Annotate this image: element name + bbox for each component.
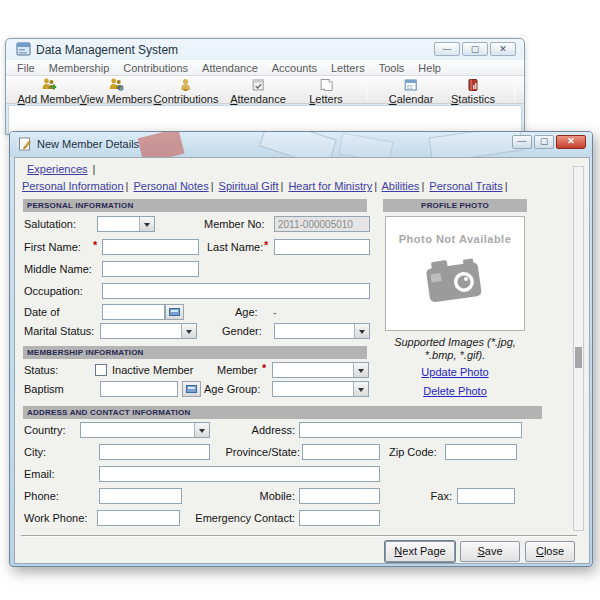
fax-label: Fax: (424, 490, 452, 502)
button-separator (21, 535, 577, 537)
tab-spiritual-gift[interactable]: Spiritual Gift (219, 180, 279, 192)
age-group-select[interactable] (272, 381, 369, 397)
first-name-field[interactable] (102, 239, 199, 255)
date-of-birth-field[interactable] (102, 304, 165, 320)
age-label: Age: (235, 306, 258, 318)
chevron-down-icon[interactable] (194, 423, 209, 437)
save-button[interactable]: Save (460, 541, 520, 562)
toolbar-label: View Members (80, 93, 153, 105)
mobile-label: Mobile: (249, 490, 295, 502)
phone-field[interactable] (99, 488, 182, 504)
toolbar-letters[interactable]: Letters (309, 77, 343, 105)
city-field[interactable] (99, 444, 210, 460)
middle-name-field[interactable] (102, 261, 199, 277)
tab-experiences[interactable]: Experiences (27, 163, 88, 175)
chevron-down-icon[interactable] (353, 382, 368, 396)
mobile-field[interactable] (299, 488, 380, 504)
tab-heart-for-ministry[interactable]: Heart for Ministry (288, 180, 372, 192)
address-field[interactable] (299, 422, 522, 438)
close-button[interactable]: Close (525, 541, 575, 562)
toolbar-contributions[interactable]: Contributions (154, 77, 219, 105)
email-field[interactable] (99, 466, 380, 482)
baptism-date-field[interactable] (100, 381, 178, 397)
dialog-icon (18, 137, 32, 151)
status-label: Status: (24, 364, 58, 376)
minimize-icon[interactable]: — (434, 42, 460, 56)
chevron-down-icon[interactable] (354, 324, 369, 338)
main-titlebar[interactable]: Data Management System — ▢ ✕ (6, 39, 524, 60)
watermark-photo-outline (259, 132, 337, 157)
menu-membership[interactable]: Membership (49, 62, 110, 74)
update-photo-link[interactable]: Update Photo (421, 366, 488, 378)
country-select[interactable] (80, 422, 210, 438)
member-select[interactable] (272, 362, 369, 378)
chevron-down-icon[interactable] (139, 217, 154, 231)
toolbar-label: Contributions (154, 93, 219, 105)
dialog-minimize-icon[interactable]: — (512, 135, 532, 149)
next-page-button[interactable]: Next Page (385, 541, 455, 562)
tab-row-2: Personal Information| Personal Notes| Sp… (22, 180, 510, 192)
toolbar-calendar[interactable]: Calendar (389, 77, 434, 105)
middle-name-label: Middle Name: (24, 263, 92, 275)
close-icon[interactable]: ✕ (490, 42, 516, 56)
chevron-down-icon[interactable] (181, 324, 196, 338)
calendar-picker-icon (186, 385, 197, 393)
last-name-field[interactable] (274, 239, 370, 255)
menu-attendance[interactable]: Attendance (202, 62, 258, 74)
required-marker: * (264, 239, 268, 251)
menu-help[interactable]: Help (418, 62, 441, 74)
toolbar-view-members[interactable]: View Members (80, 77, 153, 105)
tab-separator: | (421, 180, 424, 192)
dialog-titlebar[interactable]: New Member Details — ▢ ✕ (10, 132, 592, 157)
date-of-birth-picker-button[interactable] (165, 304, 184, 320)
province-state-field[interactable] (302, 444, 380, 460)
menu-accounts[interactable]: Accounts (272, 62, 317, 74)
tab-personal-information[interactable]: Personal Information (22, 180, 124, 192)
watermark-photo-outline (429, 132, 524, 157)
zip-code-field[interactable] (445, 444, 517, 460)
marital-status-select[interactable] (100, 323, 197, 339)
zip-code-label: Zip Code: (389, 446, 437, 458)
toolbar-label: Letters (309, 93, 343, 105)
emergency-contact-field[interactable] (299, 510, 380, 526)
tab-personal-notes[interactable]: Personal Notes (133, 180, 208, 192)
fax-field[interactable] (457, 488, 515, 504)
toolbar-add-member[interactable]: Add Member (18, 77, 81, 105)
toolbar-label: Add Member (18, 93, 81, 105)
dialog-close-icon[interactable]: ✕ (556, 135, 586, 149)
delete-photo-link[interactable]: Delete Photo (423, 385, 487, 397)
menu-letters[interactable]: Letters (331, 62, 365, 74)
toolbar-separator (366, 78, 367, 101)
tab-separator: | (93, 163, 96, 175)
email-label: Email: (24, 468, 55, 480)
update-photo-link-wrap: Update Photo (379, 366, 531, 378)
menu-tools[interactable]: Tools (379, 62, 405, 74)
tab-abilities[interactable]: Abilities (381, 180, 419, 192)
window-title: Data Management System (36, 43, 178, 57)
inactive-member-checkbox[interactable] (95, 364, 107, 376)
section-personal-information: PERSONAL INFORMATION (23, 199, 367, 212)
occupation-label: Occupation: (24, 285, 83, 297)
chevron-down-icon[interactable] (353, 363, 368, 377)
baptism-date-picker-button[interactable] (182, 381, 201, 397)
toolbar-attendance[interactable]: Attendance (230, 77, 286, 105)
dialog-title: New Member Details (37, 138, 139, 150)
maximize-icon[interactable]: ▢ (462, 42, 488, 56)
camera-icon (422, 253, 490, 309)
work-phone-label: Work Phone: (24, 512, 87, 524)
dialog-maximize-icon[interactable]: ▢ (534, 135, 554, 149)
work-phone-field[interactable] (97, 510, 180, 526)
toolbar-statistics[interactable]: Statistics (451, 77, 495, 105)
calendar-picker-icon (169, 308, 180, 316)
scrollbar-thumb[interactable] (575, 347, 582, 368)
statistics-icon (465, 77, 481, 93)
gender-label: Gender: (222, 325, 262, 337)
menu-file[interactable]: File (17, 62, 35, 74)
salutation-select[interactable] (97, 216, 155, 232)
supported-images-note: Supported Images (*.jpg, *.bmp, *.gif). (379, 336, 531, 362)
gender-select[interactable] (274, 323, 370, 339)
vertical-scrollbar[interactable] (573, 166, 584, 531)
occupation-field[interactable] (102, 283, 370, 299)
menu-contributions[interactable]: Contributions (123, 62, 188, 74)
tab-personal-traits[interactable]: Personal Traits (429, 180, 502, 192)
